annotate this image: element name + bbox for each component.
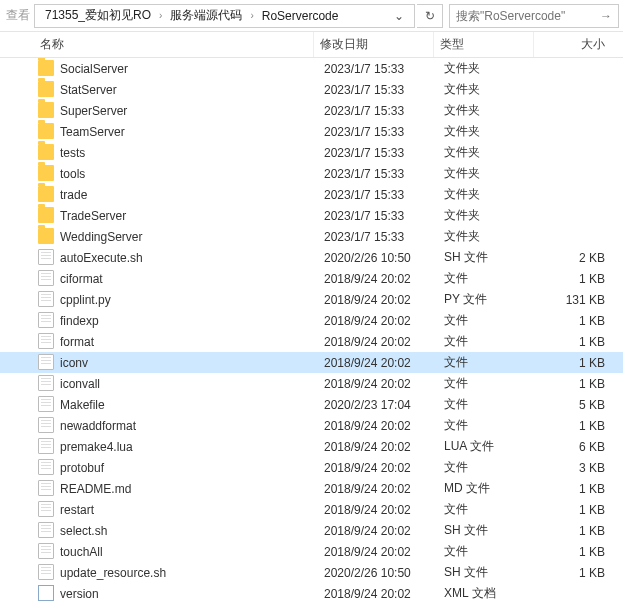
file-type: 文件: [438, 459, 538, 476]
file-icon: [38, 396, 54, 412]
breadcrumb-segment[interactable]: 71355_爱如初见RO: [41, 5, 155, 26]
file-modified: 2018/9/24 20:02: [318, 545, 438, 559]
file-size: 1 KB: [538, 314, 611, 328]
file-size: 2 KB: [538, 251, 611, 265]
file-size: 1 KB: [538, 377, 611, 391]
file-name: TeamServer: [38, 125, 318, 139]
file-type: 文件: [438, 270, 538, 287]
file-row[interactable]: WeddingServer2023/1/7 15:33文件夹: [0, 226, 623, 247]
file-row[interactable]: select.sh2018/9/24 20:02SH 文件1 KB: [0, 520, 623, 541]
file-size: 131 KB: [538, 293, 611, 307]
file-row[interactable]: premake4.lua2018/9/24 20:02LUA 文件6 KB: [0, 436, 623, 457]
file-name: WeddingServer: [38, 230, 318, 244]
file-row[interactable]: trade2023/1/7 15:33文件夹: [0, 184, 623, 205]
file-type: 文件夹: [438, 60, 538, 77]
column-type[interactable]: 类型: [434, 32, 534, 57]
file-size: 1 KB: [538, 335, 611, 349]
folder-icon: [38, 81, 54, 97]
file-modified: 2018/9/24 20:02: [318, 482, 438, 496]
file-row[interactable]: SocialServer2023/1/7 15:33文件夹: [0, 58, 623, 79]
file-row[interactable]: TradeServer2023/1/7 15:33文件夹: [0, 205, 623, 226]
file-size: 5 KB: [538, 398, 611, 412]
file-row[interactable]: format2018/9/24 20:02文件1 KB: [0, 331, 623, 352]
file-name: TradeServer: [38, 209, 318, 223]
file-name: iconvall: [38, 377, 318, 391]
file-row[interactable]: README.md2018/9/24 20:02MD 文件1 KB: [0, 478, 623, 499]
column-modified[interactable]: 修改日期: [314, 32, 434, 57]
file-modified: 2018/9/24 20:02: [318, 587, 438, 601]
file-name: iconv: [38, 356, 318, 370]
file-name: update_resource.sh: [38, 566, 318, 580]
file-modified: 2018/9/24 20:02: [318, 356, 438, 370]
file-type: LUA 文件: [438, 438, 538, 455]
file-size: 1 KB: [538, 419, 611, 433]
file-modified: 2023/1/7 15:33: [318, 83, 438, 97]
file-row[interactable]: tests2023/1/7 15:33文件夹: [0, 142, 623, 163]
file-modified: 2018/9/24 20:02: [318, 419, 438, 433]
file-modified: 2020/2/26 10:50: [318, 251, 438, 265]
breadcrumb-segment[interactable]: 服务端源代码: [166, 5, 246, 26]
file-row[interactable]: StatServer2023/1/7 15:33文件夹: [0, 79, 623, 100]
breadcrumb-segment[interactable]: RoServercode: [258, 7, 343, 25]
search-go-icon[interactable]: →: [596, 9, 612, 23]
file-modified: 2018/9/24 20:02: [318, 293, 438, 307]
column-name[interactable]: 名称: [34, 32, 314, 57]
file-row[interactable]: version2018/9/24 20:02XML 文档: [0, 583, 623, 604]
file-type: 文件: [438, 396, 538, 413]
file-type: 文件夹: [438, 81, 538, 98]
chevron-down-icon[interactable]: ⌄: [390, 9, 408, 23]
search-box[interactable]: →: [449, 4, 619, 28]
file-row[interactable]: restart2018/9/24 20:02文件1 KB: [0, 499, 623, 520]
file-modified: 2018/9/24 20:02: [318, 272, 438, 286]
file-modified: 2023/1/7 15:33: [318, 104, 438, 118]
chevron-right-icon: ›: [248, 10, 255, 21]
file-icon: [38, 522, 54, 538]
file-name: version: [38, 587, 318, 601]
file-row[interactable]: TeamServer2023/1/7 15:33文件夹: [0, 121, 623, 142]
file-row[interactable]: ciformat2018/9/24 20:02文件1 KB: [0, 268, 623, 289]
file-icon: [38, 564, 54, 580]
file-name: SocialServer: [38, 62, 318, 76]
file-row[interactable]: protobuf2018/9/24 20:02文件3 KB: [0, 457, 623, 478]
file-row[interactable]: update_resource.sh2020/2/26 10:50SH 文件1 …: [0, 562, 623, 583]
file-size: 1 KB: [538, 272, 611, 286]
file-modified: 2018/9/24 20:02: [318, 377, 438, 391]
breadcrumb[interactable]: 71355_爱如初见RO › 服务端源代码 › RoServercode ⌄: [34, 4, 415, 28]
file-type: SH 文件: [438, 522, 538, 539]
file-type: 文件夹: [438, 165, 538, 182]
file-type: 文件: [438, 501, 538, 518]
file-type: XML 文档: [438, 585, 538, 602]
file-row[interactable]: iconvall2018/9/24 20:02文件1 KB: [0, 373, 623, 394]
column-size[interactable]: 大小: [534, 32, 611, 57]
view-button[interactable]: 查看: [4, 4, 32, 28]
file-row[interactable]: Makefile2020/2/23 17:04文件5 KB: [0, 394, 623, 415]
file-type: 文件: [438, 354, 538, 371]
file-size: 1 KB: [538, 356, 611, 370]
file-row[interactable]: SuperServer2023/1/7 15:33文件夹: [0, 100, 623, 121]
file-name: cpplint.py: [38, 293, 318, 307]
file-type: 文件夹: [438, 186, 538, 203]
file-name: ciformat: [38, 272, 318, 286]
file-row[interactable]: touchAll2018/9/24 20:02文件1 KB: [0, 541, 623, 562]
file-name: restart: [38, 503, 318, 517]
file-name: trade: [38, 188, 318, 202]
file-row[interactable]: autoExecute.sh2020/2/26 10:50SH 文件2 KB: [0, 247, 623, 268]
file-row[interactable]: tools2023/1/7 15:33文件夹: [0, 163, 623, 184]
file-modified: 2018/9/24 20:02: [318, 335, 438, 349]
file-list[interactable]: SocialServer2023/1/7 15:33文件夹StatServer2…: [0, 58, 623, 612]
file-modified: 2023/1/7 15:33: [318, 146, 438, 160]
file-row[interactable]: cpplint.py2018/9/24 20:02PY 文件131 KB: [0, 289, 623, 310]
search-input[interactable]: [456, 9, 596, 23]
refresh-button[interactable]: ↻: [417, 4, 443, 28]
file-type: 文件: [438, 312, 538, 329]
xml-icon: [38, 585, 54, 601]
file-size: 1 KB: [538, 503, 611, 517]
folder-icon: [38, 60, 54, 76]
file-row[interactable]: findexp2018/9/24 20:02文件1 KB: [0, 310, 623, 331]
folder-icon: [38, 228, 54, 244]
file-size: 3 KB: [538, 461, 611, 475]
folder-icon: [38, 102, 54, 118]
file-row[interactable]: newaddformat2018/9/24 20:02文件1 KB: [0, 415, 623, 436]
file-row[interactable]: iconv2018/9/24 20:02文件1 KB: [0, 352, 623, 373]
file-icon: [38, 438, 54, 454]
